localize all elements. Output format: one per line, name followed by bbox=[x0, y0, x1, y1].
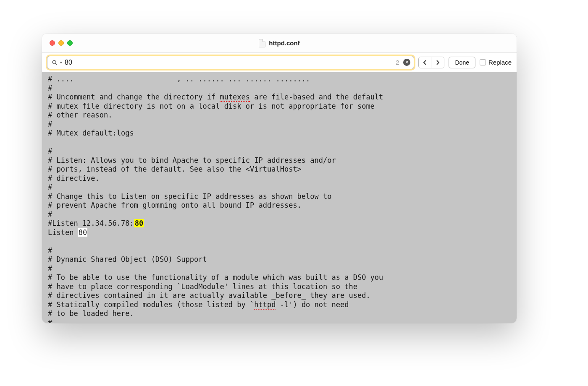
prev-next-segment bbox=[418, 57, 444, 68]
search-icon bbox=[52, 60, 58, 65]
find-bar: ▾ 2 ✕ Done Replace bbox=[42, 53, 517, 72]
result-count: 2 bbox=[396, 59, 399, 66]
close-window[interactable] bbox=[50, 40, 55, 46]
search-field-wrap[interactable]: ▾ 2 ✕ bbox=[47, 56, 414, 69]
replace-toggle[interactable]: Replace bbox=[480, 59, 512, 66]
document-icon bbox=[259, 39, 265, 47]
minimize-window[interactable] bbox=[58, 40, 64, 46]
replace-label: Replace bbox=[488, 59, 512, 66]
prev-match-button[interactable] bbox=[419, 57, 431, 68]
next-match-button[interactable] bbox=[431, 57, 444, 68]
svg-line-1 bbox=[55, 63, 57, 65]
zoom-window[interactable] bbox=[67, 40, 73, 46]
titlebar: httpd.conf bbox=[42, 34, 517, 53]
editor-window: httpd.conf ▾ 2 ✕ Done Replace bbox=[42, 34, 517, 323]
clear-search-icon[interactable]: ✕ bbox=[403, 59, 410, 66]
done-button[interactable]: Done bbox=[449, 57, 475, 68]
document-title: httpd.conf bbox=[269, 39, 299, 47]
text-editor[interactable]: # .... , .. ...... ... ...... ........ #… bbox=[42, 72, 517, 323]
replace-checkbox[interactable] bbox=[480, 59, 486, 65]
search-input[interactable] bbox=[65, 59, 393, 66]
traffic-lights bbox=[42, 40, 73, 46]
svg-point-0 bbox=[52, 60, 56, 64]
search-options-chevron-icon[interactable]: ▾ bbox=[60, 60, 62, 65]
